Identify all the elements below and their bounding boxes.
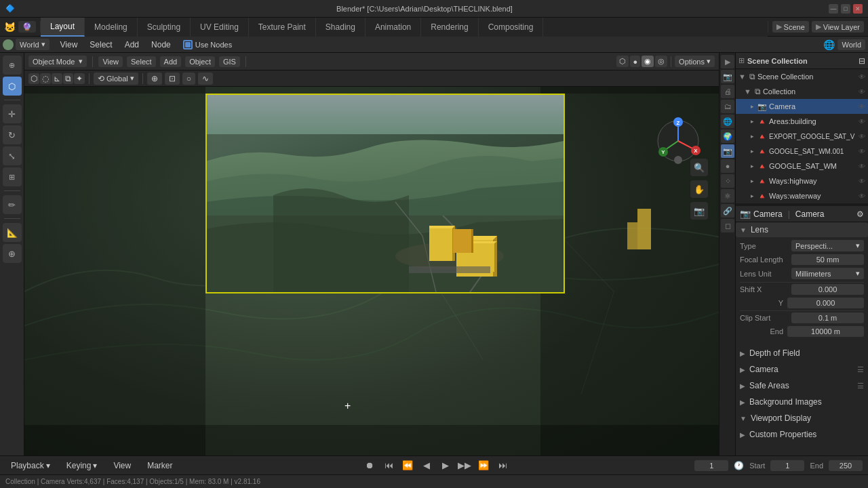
ww-eye[interactable]: 👁 <box>859 192 865 200</box>
tab-modeling[interactable]: Modeling <box>85 18 138 37</box>
ways-highway-row[interactable]: ▸ 🔺 Ways:highway 👁 <box>736 174 868 188</box>
world-name-btn[interactable]: World <box>837 39 865 50</box>
camera-section-header[interactable]: ▶ Camera ☰ <box>736 362 868 377</box>
playback-menu[interactable]: Playback ▾ <box>5 460 56 472</box>
close-button[interactable]: ✕ <box>853 4 863 14</box>
lens-header[interactable]: ▼ Lens <box>736 222 868 237</box>
vp-view-btn[interactable]: View <box>98 56 123 67</box>
tab-layout[interactable]: Layout <box>41 18 85 37</box>
viewport-display-header[interactable]: ▼ Viewport Display <box>736 411 868 426</box>
step-back-frame-btn[interactable]: ◀ <box>419 458 434 473</box>
cursor-tool[interactable]: ⊕ <box>3 56 22 75</box>
google-sat-row[interactable]: ▸ 🔺 GOOGLE_SAT_WM 👁 <box>736 159 868 174</box>
add-tool[interactable]: ⊕ <box>3 244 22 263</box>
current-frame-input[interactable]: 1 <box>694 460 728 471</box>
tab-compositing[interactable]: Compositing <box>479 18 544 37</box>
safe-areas-header[interactable]: ▶ Safe Areas ☰ <box>736 378 868 393</box>
collection-eye[interactable]: 👁 <box>859 88 865 96</box>
jump-end-btn[interactable]: ⏭ <box>495 458 510 473</box>
viewport-canvas[interactable]: Z X Y 🔍 ✋ 📷 <box>24 87 719 455</box>
vp-object-btn[interactable]: Object <box>185 56 215 67</box>
menu-add[interactable]: Add <box>119 39 144 51</box>
menu-node[interactable]: Node <box>146 39 176 51</box>
ways-waterway-row[interactable]: ▸ 🔺 Ways:waterway 👁 <box>736 188 868 203</box>
step-fwd-frame-btn[interactable]: ▶▶ <box>457 458 472 473</box>
safe-areas-list-icon[interactable]: ☰ <box>857 382 864 390</box>
camera-row[interactable]: ▸ 📷 Camera 👁 <box>736 99 868 114</box>
step-fwd-btn[interactable]: ⏩ <box>476 458 491 473</box>
vp-gis-btn[interactable]: GIS <box>219 56 240 67</box>
pivot-btn[interactable]: ⊕ <box>147 73 162 85</box>
engine-selector[interactable]: 🔮 <box>18 21 36 33</box>
vp-add-btn[interactable]: Add <box>160 56 182 67</box>
outliner-filter-icon[interactable]: ⊟ <box>859 56 865 66</box>
custom-props-header[interactable]: ▶ Custom Properties <box>736 427 868 442</box>
wh-eye[interactable]: 👁 <box>859 178 865 185</box>
select-circle-btn[interactable]: ◌ <box>40 73 51 84</box>
google-sat-001-row[interactable]: ▸ 🔺 GOOGLE_SAT_WM.001 👁 <box>736 144 868 159</box>
material-btn[interactable]: ◉ <box>642 56 654 67</box>
play-btn[interactable]: ▶ <box>438 458 453 473</box>
focal-length-value[interactable]: 50 mm <box>791 254 864 265</box>
start-frame-input[interactable]: 1 <box>770 460 804 471</box>
constraints-tab[interactable]: 🔗 <box>721 204 734 218</box>
lens-unit-value[interactable]: Millimeters ▾ <box>791 268 864 279</box>
bg-images-header[interactable]: ▶ Background Images <box>736 394 868 409</box>
use-nodes-checkbox[interactable] <box>183 40 193 49</box>
object-data-tab[interactable]: 📷 <box>721 144 734 158</box>
proportional-btn[interactable]: ○ <box>182 73 195 85</box>
clip-start-value[interactable]: 0.1 m <box>791 312 864 323</box>
gs-eye[interactable]: 👁 <box>859 163 865 170</box>
vp-select-btn[interactable]: Select <box>127 56 156 67</box>
scale-tool[interactable]: ⤡ <box>3 146 22 165</box>
solid-btn[interactable]: ● <box>630 56 640 67</box>
clip-end-value[interactable]: 10000 m <box>787 326 864 337</box>
camera-list-icon[interactable]: ☰ <box>857 365 864 374</box>
cam-props-btn[interactable]: ⚙ <box>856 209 864 219</box>
gs1-eye[interactable]: 👁 <box>859 148 865 155</box>
tab-rendering[interactable]: Rendering <box>421 18 478 37</box>
render-tab[interactable]: 📷 <box>721 70 734 83</box>
object-props-tab[interactable]: ◻ <box>721 219 734 232</box>
camera-view-btn[interactable]: 📷 <box>690 202 708 220</box>
tab-texture-paint[interactable]: Texture Paint <box>249 18 316 37</box>
menu-view[interactable]: View <box>55 39 83 51</box>
move-tool[interactable]: ✛ <box>3 104 22 123</box>
ab-eye[interactable]: 👁 <box>859 118 865 125</box>
minimize-button[interactable]: — <box>829 4 838 14</box>
menu-select[interactable]: Select <box>84 39 117 51</box>
view-layer-tab[interactable]: 🗂 <box>721 100 734 113</box>
rotate-tool[interactable]: ↻ <box>3 125 22 144</box>
zoom-in-btn[interactable]: 🔍 <box>690 159 708 176</box>
export-google-row[interactable]: ▸ 🔺 EXPORT_GOOGLE_SAT_V 👁 <box>736 129 868 144</box>
tab-shading[interactable]: Shading <box>316 18 366 37</box>
scene-selector[interactable]: ▶ Scene <box>772 21 809 33</box>
world-selector-btn[interactable]: World ▾ <box>16 39 50 50</box>
physics-tab[interactable]: ⚛ <box>721 189 734 203</box>
rendered-btn[interactable]: ◎ <box>655 56 667 67</box>
snap-btn[interactable]: ⊡ <box>165 73 180 85</box>
measure-tool[interactable]: 📐 <box>3 223 22 242</box>
world-tab[interactable]: 🌍 <box>721 129 734 143</box>
select-tool[interactable]: ⬡ <box>3 77 22 96</box>
wireframe-btn[interactable]: ⬡ <box>616 56 629 67</box>
scene-collection-row[interactable]: ▼ ⧉ Scene Collection 👁 <box>736 69 868 84</box>
scene-props-tab[interactable]: 🌐 <box>721 115 734 128</box>
keying-menu[interactable]: Keying ▾ <box>61 460 103 472</box>
tweak-btn[interactable]: ✦ <box>74 73 85 84</box>
output-tab[interactable]: 🖨 <box>721 85 734 98</box>
view-layer-selector[interactable]: ▶ View Layer <box>812 21 864 33</box>
select-all-btn[interactable]: ⧉ <box>63 73 73 84</box>
falloff-btn[interactable]: ∿ <box>198 73 213 85</box>
maximize-button[interactable]: □ <box>841 4 850 14</box>
tab-uv-editing[interactable]: UV Editing <box>191 18 249 37</box>
dof-header[interactable]: ▶ Depth of Field <box>736 346 868 361</box>
shift-y-value[interactable]: 0.000 <box>787 298 864 308</box>
options-btn[interactable]: Options ▾ <box>675 56 715 67</box>
transform-tool[interactable]: ⊞ <box>3 167 22 186</box>
jump-start-btn[interactable]: ⏮ <box>381 458 396 473</box>
tab-animation[interactable]: Animation <box>366 18 421 37</box>
select-lasso-btn[interactable]: ⊾ <box>52 73 62 84</box>
scene-tab[interactable]: ▶ <box>721 55 734 68</box>
scene-collection-eye[interactable]: 👁 <box>859 73 865 81</box>
